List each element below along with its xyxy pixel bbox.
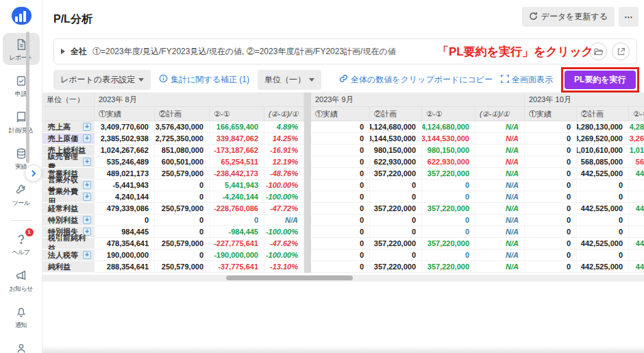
value-cell: 0 (629, 249, 644, 261)
sidebar-item-notifications[interactable]: 通知 (3, 300, 40, 332)
value-cell: 0 (311, 133, 370, 145)
column-header: ②計画 (370, 107, 422, 121)
value-cell: 0 (525, 145, 577, 156)
value-cell: 250,579,000 (155, 168, 210, 180)
value-cell: 2,385,502,938 (95, 133, 155, 145)
share-button[interactable] (612, 42, 630, 60)
value-cell: 0 (422, 191, 475, 203)
brand-logo-icon[interactable] (10, 5, 33, 29)
header-actions: データを更新する ⋯ (522, 7, 639, 27)
pl-summary-button[interactable]: PL要約を実行 (565, 71, 636, 89)
expand-row-icon[interactable]: + (83, 216, 91, 224)
value-cell: 0 (422, 180, 475, 191)
value-cell: 0 (311, 261, 370, 273)
table-column-header-row: ①実績②計画②-①(②-①)/①①実績②計画②-①(②-①)/①①実績②計画②-… (42, 107, 644, 121)
value-cell: 479,339,086 (95, 203, 155, 215)
value-cell: 2,725,350,000 (155, 133, 210, 145)
row-label-税引前純利益[interactable]: 税引前純利益 (42, 238, 95, 249)
value-cell: 0 (525, 261, 577, 273)
sidebar-scrollbar[interactable] (26, 32, 29, 163)
sidebar-item-tools[interactable]: ツール (3, 178, 40, 210)
column-header: ②-① (629, 107, 644, 121)
value-cell: 0 (422, 249, 475, 261)
value-cell: N/A (475, 133, 525, 145)
more-options-button[interactable]: ⋯ (619, 7, 639, 27)
row-label-売上高[interactable]: 売上高+ (42, 121, 95, 133)
fullscreen-link[interactable]: 全画面表示 (501, 74, 553, 86)
value-cell: N/A (475, 261, 525, 273)
table-row: 税引前純利益478,354,641250,579,000-227,775,641… (42, 238, 644, 249)
expand-row-icon[interactable]: + (83, 193, 91, 201)
column-header: ②計画 (155, 107, 210, 121)
value-cell: 442,525,000 (577, 261, 629, 273)
row-label-header (42, 107, 95, 121)
refresh-data-button[interactable]: データを更新する (522, 7, 615, 27)
expand-row-icon[interactable]: + (83, 251, 91, 259)
value-cell: 0 (155, 226, 210, 238)
value-cell: 4,124,680,000 (422, 121, 475, 133)
value-cell: 0 (311, 249, 370, 261)
value-cell: N/A (475, 180, 525, 191)
value-cell: 0 (311, 168, 370, 180)
sidebar-expand-button[interactable] (25, 165, 42, 182)
value-cell: -984,445 (210, 226, 264, 238)
help-icon: 1 (14, 232, 29, 247)
horizontal-scrollbar-thumb[interactable] (226, 276, 353, 280)
pane-divider (304, 121, 311, 133)
sidebar-item-report[interactable]: レポート (3, 33, 40, 65)
value-cell: 4,240,144 (95, 191, 155, 203)
tools-icon (14, 182, 29, 197)
value-cell: -100.00% (264, 226, 304, 238)
row-label-特別利益[interactable]: 特別利益+ (42, 215, 95, 226)
table-row: 売上高+3,409,770,6003,576,430,000166,659,40… (42, 121, 644, 133)
copy-to-clipboard-link[interactable]: 全体の数値をクリップボードにコピー (339, 74, 493, 86)
bottom-fade (0, 345, 644, 353)
sidebar-item-account[interactable]: アカウント (3, 337, 40, 353)
pane-divider (304, 168, 311, 180)
expand-row-icon[interactable]: + (83, 158, 91, 166)
annotation-highlight-box: PL要約を実行 (561, 67, 639, 93)
row-label-売上原価[interactable]: 売上原価+ (42, 133, 95, 145)
column-header: ②-① (210, 107, 264, 121)
row-label-営業外費用[interactable]: 営業外費用+ (42, 191, 95, 203)
refresh-icon (529, 12, 538, 23)
value-cell: 12.19% (264, 156, 304, 168)
expand-row-icon[interactable]: + (83, 123, 91, 131)
sidebar-item-plan[interactable]: 計画/見込 (3, 106, 40, 138)
unit-selector-button[interactable]: 単位（一） (258, 70, 321, 90)
value-cell: 3,269,520,000 (629, 133, 644, 145)
sidebar-item-request[interactable]: 申請 (3, 69, 40, 101)
value-cell: 0 (525, 203, 577, 215)
row-label-販売管理費[interactable]: 販売管理費+ (42, 156, 95, 168)
pane-divider (304, 156, 311, 168)
pane-divider (304, 261, 311, 273)
value-cell: 357,220,000 (422, 203, 475, 215)
row-label-純利益[interactable]: 純利益 (42, 261, 95, 273)
row-label-法人税等[interactable]: 法人税等+ (42, 249, 95, 261)
expand-row-icon[interactable]: + (83, 134, 91, 143)
row-label-経常利益[interactable]: 経常利益 (42, 203, 95, 215)
value-cell: -5,441,943 (95, 180, 155, 191)
table-row: 営業外費用+4,240,1440-4,240,144-100.00%000N/A… (42, 191, 644, 203)
value-cell: 568,085,000 (629, 156, 644, 168)
report-display-settings-button[interactable]: レポートの表示設定 (53, 70, 151, 90)
aggregation-correction-link[interactable]: 集計に関する補正 (1) (159, 74, 249, 86)
value-cell: N/A (475, 191, 525, 203)
sidebar-item-help[interactable]: 1 ヘルプ (3, 228, 40, 260)
value-cell: 0 (577, 180, 629, 191)
help-badge: 1 (25, 228, 34, 236)
value-cell: 0 (370, 180, 422, 191)
expand-row-icon[interactable]: + (83, 181, 91, 189)
value-cell: 0 (525, 133, 577, 145)
value-cell: 0 (155, 249, 210, 261)
pane-divider (304, 238, 311, 249)
value-cell: N/A (475, 203, 525, 215)
value-cell: 0 (370, 191, 422, 203)
column-header: ①実績 (311, 107, 370, 121)
announcement-icon (14, 268, 29, 283)
value-cell: 357,220,000 (422, 261, 475, 273)
collapse-triangle-icon[interactable] (61, 49, 65, 54)
sidebar-item-announcements[interactable]: お知らせ (3, 264, 40, 296)
annotation-text: 「PL要約を実行」をクリック (437, 44, 593, 60)
horizontal-scrollbar-track[interactable] (42, 275, 644, 282)
